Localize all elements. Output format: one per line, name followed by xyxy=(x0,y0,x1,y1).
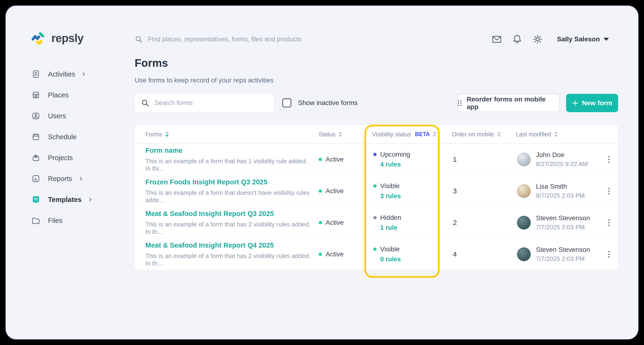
sort-icon xyxy=(338,131,342,137)
last-modified-cell: Lisa Smith 8/7/2025 2:03 PM xyxy=(517,183,585,199)
visibility-cell: Visible 3 rules xyxy=(373,182,401,200)
gear-icon[interactable] xyxy=(532,34,543,45)
form-name-link[interactable]: Meat & Seafood Insight Report Q3 2025 xyxy=(145,210,312,218)
form-name-link[interactable]: Form name xyxy=(145,147,312,154)
last-modified-cell: Steven Stevenson 7/7/2025 2:03 PM xyxy=(517,214,590,231)
sort-icon xyxy=(433,131,436,137)
search-forms-input[interactable] xyxy=(154,99,268,107)
header-order-on-mobile[interactable]: Order on mobile xyxy=(452,131,501,138)
search-icon xyxy=(135,35,143,43)
sidebar-item-schedule[interactable]: Schedule xyxy=(31,126,130,147)
form-name-link[interactable]: Frozen Foods Insight Report Q3 2025 xyxy=(145,178,312,186)
chevron-right-icon xyxy=(79,177,83,181)
user-menu[interactable]: Sally Saleson xyxy=(557,36,609,43)
visibility-cell: Hidden 1 rule xyxy=(373,214,401,231)
row-menu-kebab-icon[interactable] xyxy=(606,186,612,197)
plus-icon xyxy=(572,100,578,106)
row-menu-kebab-icon[interactable] xyxy=(606,154,612,165)
sidebar-item-places[interactable]: Places xyxy=(31,85,130,106)
reorder-forms-button[interactable]: Reorder forms on mobile app xyxy=(457,94,560,112)
bell-icon[interactable] xyxy=(512,34,523,45)
projects-icon xyxy=(31,153,41,163)
table-row: Frozen Foods Insight Report Q3 2025 This… xyxy=(135,175,618,207)
last-modified-cell: Steven Stevenson 7/7/2025 2:03 PM xyxy=(517,246,590,262)
sidebar-item-reports[interactable]: Reports xyxy=(31,168,130,189)
reports-icon xyxy=(31,174,41,184)
form-name-link[interactable]: Meat & Seafood Insight Report Q4 2025 xyxy=(145,241,312,249)
avatar xyxy=(517,216,531,229)
sidebar-item-activities[interactable]: Activities xyxy=(31,64,130,85)
header-forms[interactable]: Forms xyxy=(145,131,169,138)
sort-icon xyxy=(554,131,558,137)
repsly-logo[interactable]: repsly xyxy=(31,30,83,46)
search-icon xyxy=(141,99,149,107)
chevron-down-icon xyxy=(604,38,609,41)
form-description: This is an example of a form that has 2 … xyxy=(145,252,312,267)
user-name: Sally Saleson xyxy=(557,36,600,43)
sidebar-item-templates[interactable]: Templates xyxy=(31,189,130,210)
global-search[interactable]: Find places, representatives, forms, fil… xyxy=(135,35,302,43)
status-dot xyxy=(319,189,322,193)
visibility-cell: Visible 0 rules xyxy=(373,245,401,263)
files-icon xyxy=(31,215,41,225)
status-dot xyxy=(319,221,322,224)
status-cell: Active xyxy=(319,250,344,258)
visibility-dot xyxy=(373,248,376,251)
rules-link[interactable]: 0 rules xyxy=(380,256,401,263)
page-title: Forms xyxy=(135,57,168,69)
forms-table: Forms Status Visibility status BETA xyxy=(135,125,618,270)
show-inactive-row: Show inactive forms xyxy=(282,94,358,112)
activities-icon xyxy=(31,69,41,79)
sort-icon xyxy=(165,131,169,137)
visibility-dot xyxy=(373,216,376,219)
brand-name: repsly xyxy=(51,32,83,45)
templates-icon xyxy=(31,195,41,205)
show-inactive-checkbox[interactable] xyxy=(282,98,291,107)
chevron-right-icon xyxy=(82,72,86,76)
sidebar-item-users[interactable]: Users xyxy=(31,106,130,126)
sidebar-item-projects[interactable]: Projects xyxy=(31,147,130,168)
repsly-logo-icon xyxy=(31,30,47,46)
topbar-actions: Sally Saleson xyxy=(491,34,609,45)
header-visibility-status[interactable]: Visibility status BETA xyxy=(372,131,436,138)
new-form-button[interactable]: New form xyxy=(566,94,618,112)
order-cell: 1 xyxy=(453,155,457,163)
avatar xyxy=(517,247,531,261)
rules-link[interactable]: 3 rules xyxy=(380,192,401,200)
visibility-dot xyxy=(373,184,376,188)
avatar xyxy=(517,184,531,198)
sidebar-item-files[interactable]: Files xyxy=(31,210,130,231)
sidebar: Activities Places xyxy=(31,64,130,231)
visibility-cell: Upcoming 4 rules xyxy=(373,151,410,168)
header-last-modified[interactable]: Last modified xyxy=(516,131,558,138)
last-modified-cell: John Doe 8/27/2025 9:22 AM xyxy=(517,151,588,168)
status-dot xyxy=(319,158,322,161)
global-search-placeholder: Find places, representatives, forms, fil… xyxy=(148,36,302,43)
rules-link[interactable]: 1 rule xyxy=(380,224,401,231)
show-inactive-label: Show inactive forms xyxy=(298,99,358,107)
form-description: This is an example of a form that has 2 … xyxy=(145,221,312,235)
order-cell: 2 xyxy=(453,219,457,227)
mail-icon[interactable] xyxy=(491,34,502,45)
drag-handle-icon xyxy=(458,100,462,106)
beta-badge: BETA xyxy=(415,131,430,138)
status-cell: Active xyxy=(319,187,344,195)
avatar xyxy=(517,153,531,166)
chevron-right-icon xyxy=(88,197,92,202)
users-icon xyxy=(31,111,41,121)
visibility-dot xyxy=(373,153,376,156)
order-cell: 4 xyxy=(453,250,457,258)
form-description: This is an example of a form that doesn’… xyxy=(145,189,312,204)
search-forms-box xyxy=(135,94,274,112)
places-icon xyxy=(31,90,41,100)
row-menu-kebab-icon[interactable] xyxy=(606,217,612,228)
schedule-icon xyxy=(31,132,41,142)
row-menu-kebab-icon[interactable] xyxy=(606,249,612,260)
rules-link[interactable]: 4 rules xyxy=(380,161,410,168)
header-status[interactable]: Status xyxy=(319,131,342,138)
order-cell: 3 xyxy=(453,187,457,195)
app-window: repsly Find places, representatives, for… xyxy=(5,5,639,340)
sort-icon xyxy=(497,131,501,137)
page-subtitle: Use forms to keep record of your reps ac… xyxy=(135,77,274,84)
status-dot xyxy=(319,253,322,256)
